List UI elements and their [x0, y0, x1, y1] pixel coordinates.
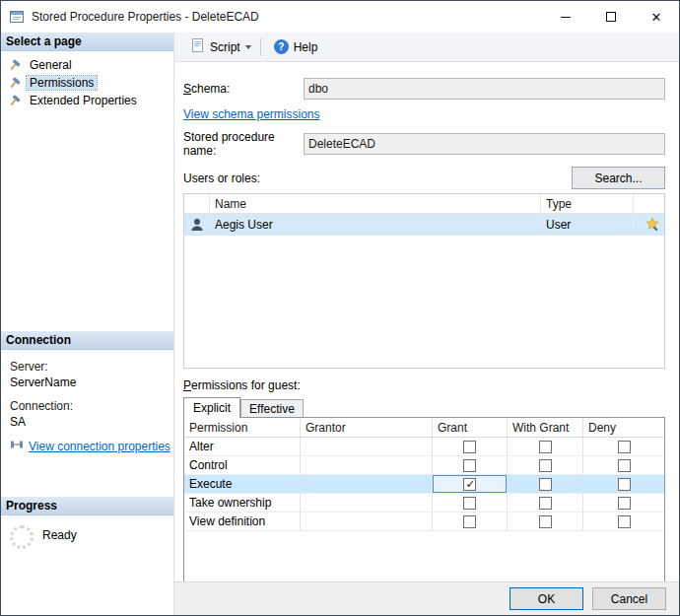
help-button[interactable]: ? Help [268, 36, 324, 57]
permissions-page-content: Schema: View schema permissions Stored p… [174, 62, 679, 582]
deny-column-header: Deny [583, 418, 664, 437]
cancel-button[interactable]: Cancel [592, 587, 666, 610]
progress-spinner-icon [10, 525, 34, 549]
sidebar-item-permissions[interactable]: Permissions [1, 74, 173, 92]
sidebar-item-label: Extended Properties [27, 94, 140, 107]
grant-cell [433, 475, 508, 493]
with-grant-checkbox[interactable] [539, 478, 552, 491]
stored-procedure-properties-dialog: Stored Procedure Properties - DeleteECAD… [0, 0, 680, 616]
view-connection-properties-link[interactable]: View connection properties [29, 440, 170, 453]
permissions-grid-header: Permission Grantor Grant With Grant Deny [184, 418, 664, 438]
user-type-cell: User [541, 214, 634, 236]
users-table: Name Type Aegis User User [183, 193, 665, 369]
permission-name-cell: View definition [184, 513, 301, 530]
help-icon: ? [274, 39, 289, 54]
user-icon [184, 214, 210, 236]
minimize-icon [561, 17, 571, 18]
window-controls: ✕ [543, 1, 679, 33]
grant-checkbox[interactable] [463, 515, 476, 528]
with-grant-checkbox[interactable] [539, 515, 552, 528]
permission-column-header: Permission [184, 418, 301, 437]
users-table-header: Name Type [184, 194, 664, 214]
procedure-name-row: Stored procedure name: [183, 130, 665, 158]
window-title: Stored Procedure Properties - DeleteECAD [32, 10, 543, 24]
grant-checkbox[interactable] [463, 497, 476, 510]
tab-explicit[interactable]: Explicit [183, 397, 240, 418]
deny-checkbox[interactable] [618, 497, 631, 510]
user-row[interactable]: Aegis User User [184, 214, 664, 236]
grant-checkbox[interactable] [463, 459, 476, 472]
search-button[interactable]: Search... [572, 167, 665, 189]
tab-effective[interactable]: Effective [240, 399, 304, 417]
with-grant-checkbox[interactable] [539, 459, 552, 472]
with-grant-cell [508, 494, 583, 512]
permission-name-cell: Alter [184, 438, 301, 455]
toolbar-separator [260, 38, 261, 56]
permission-name-cell: Control [184, 456, 301, 474]
sidebar-item-general[interactable]: General [1, 56, 173, 74]
sidebar-item-extended-properties[interactable]: Extended Properties [1, 92, 173, 109]
minimize-button[interactable] [543, 1, 588, 33]
grant-cell [433, 438, 508, 455]
with-grant-cell [508, 475, 583, 493]
script-button[interactable]: Script [184, 34, 257, 59]
sidebar-item-label: General [27, 58, 75, 72]
dialog-body: Select a page General [1, 33, 679, 615]
with-grant-checkbox[interactable] [539, 441, 552, 453]
deny-checkbox[interactable] [618, 459, 631, 472]
view-schema-permissions-link[interactable]: View schema permissions [183, 107, 320, 121]
permissions-tabs: Explicit Effective [183, 396, 665, 417]
deny-cell [583, 438, 664, 455]
grant-checkbox[interactable] [463, 478, 476, 491]
grant-checkbox[interactable] [463, 441, 476, 453]
users-or-roles-row: Users or roles: Search... [183, 167, 665, 189]
schema-input[interactable] [304, 78, 665, 100]
chevron-down-icon [245, 45, 251, 52]
grantor-column-header: Grantor [301, 418, 433, 437]
user-name-cell: Aegis User [210, 214, 541, 236]
server-label: Server: [10, 360, 166, 374]
grant-cell [433, 456, 508, 474]
deny-checkbox[interactable] [618, 515, 631, 528]
maximize-button[interactable] [588, 1, 634, 33]
main-panel: Script ? Help Schema: View schema permis… [174, 33, 679, 615]
dialog-footer: OK Cancel [174, 582, 679, 615]
sidebar: Select a page General [1, 33, 174, 615]
grantor-cell [301, 494, 433, 512]
permission-row-view-definition: View definition [184, 513, 664, 531]
with-grant-checkbox[interactable] [539, 497, 552, 510]
server-value: ServerName [10, 376, 166, 389]
progress-status: Ready [42, 528, 77, 542]
with-grant-cell [508, 438, 583, 455]
grantor-cell [301, 438, 433, 455]
grantor-cell [301, 475, 433, 493]
connection-label: Connection: [10, 399, 166, 413]
grantor-cell [301, 513, 433, 530]
with-grant-column-header: With Grant [508, 418, 583, 437]
name-column-header: Name [210, 194, 541, 213]
ok-button[interactable]: OK [510, 587, 583, 610]
users-or-roles-label: Users or roles: [183, 171, 572, 185]
stub-column-header [634, 194, 664, 213]
procedure-name-input[interactable] [304, 133, 665, 155]
connection-value: SA [10, 415, 166, 429]
grant-cell [433, 494, 508, 512]
close-button[interactable]: ✕ [634, 1, 679, 33]
close-icon: ✕ [651, 11, 662, 24]
grant-column-header: Grant [433, 418, 508, 437]
permissions-for-guest-label: Permissions for guest: [183, 378, 665, 392]
with-grant-cell [508, 513, 583, 530]
permission-row-control: Control [184, 456, 664, 475]
deny-checkbox[interactable] [618, 478, 631, 491]
app-icon [9, 9, 25, 25]
permission-row-take-ownership: Take ownership [184, 494, 664, 513]
connection-info: Server: ServerName Connection: SA View c… [1, 350, 173, 497]
deny-cell [583, 494, 664, 512]
schema-label: Schema: [183, 82, 304, 96]
deny-checkbox[interactable] [618, 441, 631, 453]
user-row-badge-icon [634, 214, 664, 236]
titlebar: Stored Procedure Properties - DeleteECAD… [1, 1, 679, 33]
permissions-grid: Permission Grantor Grant With Grant Deny… [183, 417, 665, 582]
progress-header: Progress [1, 497, 173, 515]
view-connection-properties-icon [10, 439, 24, 453]
